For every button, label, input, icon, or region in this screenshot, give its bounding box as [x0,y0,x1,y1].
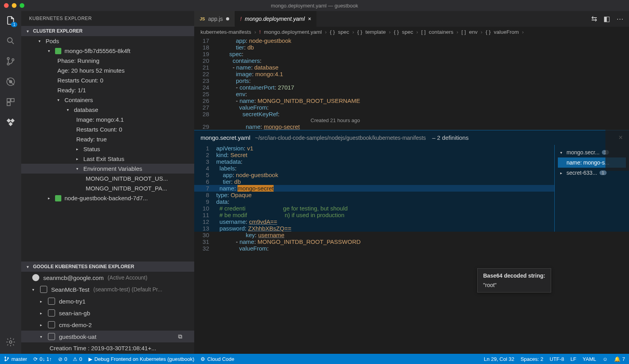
gke-account[interactable]: seanmcb@google.com(Active Account) [21,272,194,284]
svg-point-14 [5,360,6,361]
gke-project[interactable]: ▾SeanMcB-Test(seanmcb-test) (Default Pr.… [21,284,194,295]
minimize-window-icon[interactable] [12,3,17,8]
tree-status[interactable]: ▸Status [21,144,194,154]
sidebar-title: KUBERNETES EXPLORER [21,11,194,26]
status-encoding[interactable]: UTF-8 [550,356,564,362]
explorer-badge: 1 [11,22,17,27]
peek-code[interactable]: 1apiVersion: v1 2kind: Secret 3metadata:… [194,145,554,232]
tree-containers[interactable]: ▾Containers [21,95,194,105]
tree-image: Image: mongo:4.1 [21,115,194,124]
cluster-tree: ▾Pods ▾mongo-5fb7d55565-8k4ft Phase: Run… [21,36,194,262]
status-language[interactable]: YAML [583,356,596,362]
gke-cluster-2[interactable]: ▸sean-ian-gb [21,307,194,319]
tree-env1[interactable]: MONGO_INITDB_ROOT_US... [21,174,194,183]
svg-rect-8 [7,102,10,106]
gke-tree: seanmcb@google.com(Active Account) ▾Sean… [21,272,194,354]
explorer-icon[interactable]: 1 [5,15,16,26]
tree-pod[interactable]: ▾mongo-5fb7d55565-8k4ft [21,46,194,56]
sidebar: KUBERNETES EXPLORER ▾CLUSTER EXPLORER ▾P… [21,11,194,354]
peek-view: mongo.secret.yaml ~/src/ian-cloud-code-s… [194,130,629,232]
tooltip-title: Base64 decoded string: [483,273,545,279]
svg-point-15 [7,358,8,359]
cluster-icon [48,321,55,328]
source-control-icon[interactable] [5,56,16,67]
tooltip-value: "root" [483,282,545,288]
svg-rect-7 [11,99,14,102]
editor-actions: ⇆ ◧ ⋯ [586,11,629,27]
tab-appjs[interactable]: JSapp.js [194,11,235,27]
tab-mongo-deployment[interactable]: !mongo.deployment.yaml× [235,11,317,27]
cluster-explorer-header[interactable]: ▾CLUSTER EXPLORER [21,26,194,36]
status-problems[interactable]: ⊘0 ⚠0 [58,356,82,362]
titlebar: mongo.deployment.yaml — guestbook [0,0,629,11]
peek-defs: – 2 definitions [432,134,469,141]
cluster-icon [48,333,55,340]
svg-point-12 [9,341,12,344]
svg-rect-9 [7,119,11,123]
code-area[interactable]: 17 app: node-guestbook 18 tier: db 19 sp… [194,37,629,354]
status-branch[interactable]: master [4,356,27,362]
status-feedback-icon[interactable]: ☺ [602,356,607,362]
dirty-indicator-icon [226,17,229,20]
cloud-code-icon[interactable] [5,117,16,128]
tree-age: Age: 20 hours 52 minutes [21,66,194,75]
close-tab-icon[interactable]: × [308,16,311,22]
peek-path: ~/src/ian-cloud-code-samples/nodejs/gues… [255,135,426,141]
project-icon [40,286,47,293]
open-external-icon[interactable]: ⧉ [178,333,182,340]
status-bar: master ⟳0↓ 1↑ ⊘0 ⚠0 ▶Debug Frontend on K… [0,354,629,364]
maximize-window-icon[interactable] [20,3,24,8]
close-window-icon[interactable] [4,3,9,8]
status-position[interactable]: Ln 29, Col 32 [484,356,514,362]
more-icon[interactable]: ⋯ [616,15,623,23]
svg-point-3 [12,59,14,61]
hover-tooltip: Base64 decoded string: "root" [477,268,551,293]
gke-explorer-header[interactable]: ▾GOOGLE KUBERNETES ENGINE EXPLORER [21,262,194,272]
status-spaces[interactable]: Spaces: 2 [520,356,543,362]
svg-rect-11 [9,122,13,126]
tree-restarts: Restarts Count: 0 [21,75,194,85]
tree-pod2[interactable]: ▸node-guestbook-backend-7d7... [21,193,194,203]
extensions-icon[interactable] [5,97,16,108]
svg-point-0 [7,38,12,42]
status-eol[interactable]: LF [570,356,576,362]
split-editor-icon[interactable]: ◧ [603,15,610,23]
svg-point-5 [9,80,12,83]
gke-creation: Creation Time : 2019-03-30T21:08:41+... [21,342,194,354]
tree-lastexit[interactable]: ▸Last Exit Status [21,154,194,164]
window-controls [4,3,24,8]
gke-cluster-3[interactable]: ▸cms-demo-2 [21,319,194,331]
secret-reference[interactable]: mongo-secret [264,123,300,130]
search-icon[interactable] [5,35,16,46]
status-sync[interactable]: ⟳0↓ 1↑ [33,356,52,362]
tree-envvars[interactable]: ▾Environment Variables [21,164,194,174]
tree-phase: Phase: Running [21,56,194,66]
svg-rect-6 [7,99,10,102]
tree-c-restarts: Restarts Count: 0 [21,124,194,134]
tree-c-ready: Ready: true [21,134,194,144]
svg-point-13 [5,357,6,358]
status-debug[interactable]: ▶Debug Frontend on Kubernetes (guestbook… [88,356,194,362]
peek-filename[interactable]: mongo.secret.yaml [200,134,250,141]
status-notifications[interactable]: 🔔7 [614,356,625,362]
debug-icon[interactable] [5,76,16,87]
cluster-icon [48,309,55,316]
compare-icon[interactable]: ⇆ [591,15,597,23]
tree-database[interactable]: ▾database [21,105,194,115]
minimap[interactable] [605,37,629,171]
gke-cluster-1[interactable]: ▸demo-try1 [21,295,194,307]
codelens[interactable]: Created 21 hours ago [216,117,360,123]
status-cloud-code[interactable]: ⚙Cloud Code [200,356,234,362]
gke-cluster-4[interactable]: ▾guestbook-uat⧉ [21,331,194,342]
activity-bar: 1 [0,11,21,354]
svg-point-2 [7,63,9,65]
editor-tabs: JSapp.js !mongo.deployment.yaml× ⇆ ◧ ⋯ [194,11,629,27]
breadcrumb[interactable]: kubernetes-manifests› !mongo.deployment.… [194,27,629,37]
svg-rect-10 [11,119,15,123]
settings-gear-icon[interactable] [5,337,16,348]
tree-pods[interactable]: ▾Pods [21,36,194,46]
pod-icon [55,48,61,54]
tree-env2[interactable]: MONGO_INITDB_ROOT_PA... [21,183,194,193]
peek-header: mongo.secret.yaml ~/src/ian-cloud-code-s… [194,130,629,145]
account-icon [32,274,39,281]
